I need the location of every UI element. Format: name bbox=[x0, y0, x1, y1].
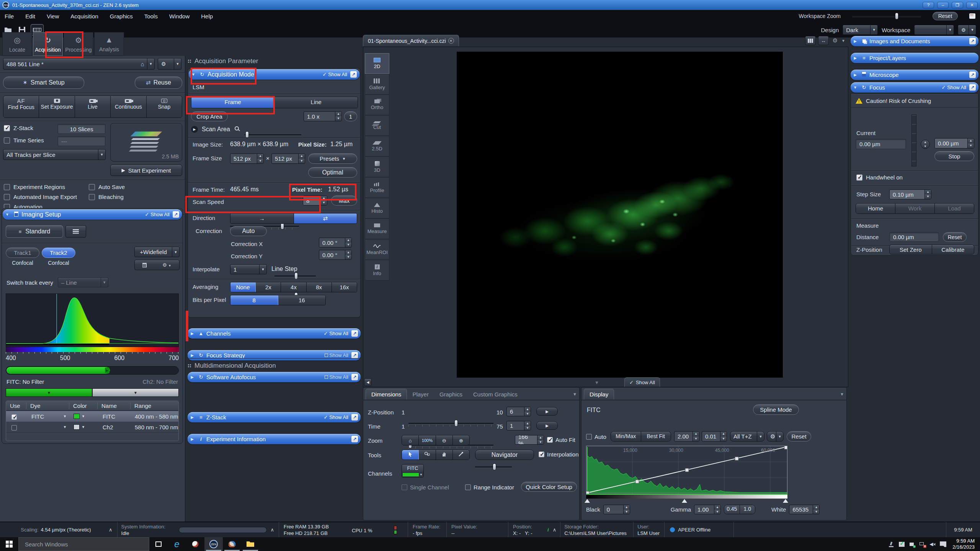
ch2-use-checkbox[interactable] bbox=[11, 425, 17, 430]
tray-microscope-icon[interactable] bbox=[888, 541, 895, 547]
start-experiment-button[interactable]: ▶Start Experiment bbox=[110, 165, 182, 176]
find-focus-button[interactable]: AFFind Focus bbox=[3, 96, 39, 117]
acquisition-mode-header[interactable]: ▼ ↻ Acquisition Mode ✓ Show All ↗ bbox=[189, 69, 359, 80]
viewer-bottom-dropdown-icon[interactable]: ▼ bbox=[595, 380, 599, 385]
averaging-4x-button[interactable]: 4x bbox=[281, 282, 306, 292]
tab-custom-graphics[interactable]: Custom Graphics bbox=[468, 389, 523, 399]
view-2d[interactable]: 2D bbox=[365, 53, 389, 74]
auto-fit-checkbox[interactable] bbox=[547, 437, 553, 443]
ch2-color-swatch[interactable] bbox=[74, 424, 80, 430]
focus-vertical-slider[interactable] bbox=[911, 114, 916, 166]
tab-graphics[interactable]: Graphics bbox=[434, 389, 468, 399]
zoom-value[interactable]: 166 %▲▼ bbox=[515, 435, 544, 445]
viewer-show-all-tab[interactable]: ✓ Show All bbox=[624, 377, 660, 387]
close-document-icon[interactable]: ✕ bbox=[448, 38, 454, 44]
undock-icon[interactable]: ↗ bbox=[351, 374, 358, 380]
bleaching-checkbox[interactable] bbox=[89, 194, 95, 200]
snap-button[interactable]: Snap bbox=[147, 96, 182, 117]
tab-display[interactable]: Display bbox=[584, 389, 614, 399]
tab-player[interactable]: Player bbox=[407, 389, 434, 399]
all-tz-select[interactable]: All T+Z▼ bbox=[730, 431, 764, 442]
optimal-button[interactable]: Optimal bbox=[308, 167, 357, 178]
menu-help[interactable]: Help bbox=[201, 13, 213, 20]
zstack-checkbox[interactable] bbox=[4, 125, 10, 131]
taskbar-explorer-button[interactable] bbox=[241, 537, 260, 551]
acquisition-mode-show-all[interactable]: ✓ Show All bbox=[323, 72, 347, 77]
zoom-out-button[interactable]: ⊖ bbox=[436, 435, 453, 445]
view-cut[interactable]: Cut bbox=[365, 115, 389, 136]
view-profile[interactable]: Profile bbox=[365, 177, 389, 198]
correction-x-value[interactable]: 0.00 °▲▼ bbox=[319, 238, 352, 248]
zoom-select-tool-button[interactable] bbox=[419, 450, 436, 460]
range-indicator-checkbox[interactable] bbox=[465, 484, 471, 490]
focus-strategy-section-bar[interactable]: ▶↻Focus StrategyShow All↗ bbox=[188, 350, 361, 360]
home-button[interactable]: Home bbox=[856, 204, 895, 214]
gamma-10-button[interactable]: 1.0 bbox=[740, 505, 755, 514]
white-point-marker[interactable] bbox=[783, 499, 788, 503]
black-point-marker[interactable] bbox=[585, 499, 590, 503]
bits-8-button[interactable]: 8 bbox=[230, 295, 278, 305]
workspace-zoom-reset-button[interactable]: Reset bbox=[933, 12, 958, 20]
target-position-input[interactable]: 0.00 µm▲▼ bbox=[934, 138, 974, 148]
white-value[interactable]: 65535▲▼ bbox=[789, 505, 820, 514]
dye-dropdown-icon[interactable]: ▼ bbox=[63, 414, 67, 418]
zstack-show-all[interactable]: ✓ Show All bbox=[324, 414, 348, 420]
zstack-section-bar[interactable]: ▶≡Z-Stack✓ Show All↗ bbox=[188, 412, 361, 422]
view-3d[interactable]: 3D bbox=[365, 156, 389, 177]
viewer-dropdown-icon[interactable]: ▼ bbox=[841, 39, 845, 43]
experiment-information-section-bar[interactable]: ▶iExperiment Information↗ bbox=[188, 434, 361, 444]
tab-locate[interactable]: ◎Locate bbox=[2, 32, 32, 56]
unidirectional-button[interactable]: → bbox=[230, 214, 294, 223]
scan-speed-value[interactable]: 8▲▼ bbox=[303, 196, 327, 205]
panel-dropdown-icon[interactable]: ▼ bbox=[573, 392, 577, 396]
action-center-icon[interactable] bbox=[940, 541, 946, 547]
detection-range-slider[interactable]: ▶ bbox=[6, 366, 179, 375]
z-position-value[interactable]: 6▲▼ bbox=[506, 407, 531, 416]
best-fit-button[interactable]: Best Fit bbox=[641, 432, 671, 441]
dye-dropdown-icon[interactable]: ▼ bbox=[63, 425, 67, 429]
smart-setup-button[interactable]: ✶Smart Setup bbox=[3, 77, 84, 89]
tab-acquisition[interactable]: ↻Acquisition bbox=[33, 32, 63, 56]
spectrum-chart[interactable] bbox=[6, 293, 179, 347]
view-25d[interactable]: 2.5D bbox=[365, 136, 389, 156]
taskbar-clock[interactable]: 9:59 AM2/16/2023 bbox=[952, 538, 975, 550]
restore-button[interactable]: ❐ bbox=[952, 2, 963, 8]
taskbar-zen-button[interactable]: ZEN bbox=[204, 537, 223, 551]
auto-save-checkbox[interactable] bbox=[89, 184, 95, 190]
collapse-icon[interactable]: ▼ bbox=[3, 212, 12, 217]
gamma-045-button[interactable]: 0.45 bbox=[724, 505, 740, 514]
presets-button[interactable]: Presets▼ bbox=[308, 153, 357, 164]
averaging-none-button[interactable]: None bbox=[230, 282, 256, 292]
tab-processing[interactable]: ⚙Processing bbox=[64, 32, 93, 56]
best-fit-low-value[interactable]: 2.00▲▼ bbox=[674, 431, 699, 442]
best-fit-high-value[interactable]: 0.01▲▼ bbox=[702, 431, 727, 442]
undock-icon[interactable]: ↗ bbox=[969, 72, 976, 78]
frame-mode-button[interactable]: Frame bbox=[191, 97, 275, 108]
experiment-options-button[interactable]: ⚙▼ bbox=[158, 58, 181, 70]
scan-speed-max-button[interactable]: Max bbox=[331, 196, 357, 205]
split-view-icon[interactable]: ↔ bbox=[818, 36, 829, 45]
line-mode-button[interactable]: Line bbox=[275, 97, 358, 108]
spline-mode-button[interactable]: Spline Mode bbox=[753, 404, 799, 415]
pan-tool-button[interactable] bbox=[436, 450, 453, 460]
undock-icon[interactable]: ↗ bbox=[351, 352, 358, 359]
imaging-setup-show-all[interactable]: ✓ Show All bbox=[145, 212, 170, 217]
continuous-button[interactable]: Continuous bbox=[111, 96, 146, 117]
display-auto-checkbox[interactable] bbox=[586, 434, 592, 440]
ch2-channel-bar[interactable]: ▼ bbox=[92, 388, 179, 397]
collapse-up-icon[interactable]: ∧ bbox=[271, 527, 274, 533]
frame-width-input[interactable]: 512 px▲▼ bbox=[230, 153, 264, 164]
scan-zoom-value[interactable]: 1.0 x▲▼ bbox=[304, 111, 342, 121]
software-autofocus-section-bar[interactable]: ▶↻Software AutofocusShow All↗ bbox=[188, 372, 361, 382]
time-series-checkbox[interactable] bbox=[4, 137, 10, 143]
taskbar-search-input[interactable]: Search Windows bbox=[18, 537, 149, 551]
cursor-tool-button[interactable] bbox=[402, 450, 419, 460]
home-icon[interactable]: ⌂ bbox=[138, 61, 147, 67]
panel-dropdown-icon[interactable]: ▼ bbox=[840, 392, 844, 396]
black-value[interactable]: 0▲▼ bbox=[603, 505, 630, 514]
stop-button[interactable]: Stop bbox=[934, 151, 974, 161]
set-zero-button[interactable]: Set Zero bbox=[890, 245, 932, 254]
microscope-bar[interactable]: ▶Microscope↗ bbox=[851, 70, 978, 80]
averaging-8x-button[interactable]: 8x bbox=[307, 282, 332, 292]
navigator-button[interactable]: Navigator bbox=[475, 450, 534, 460]
